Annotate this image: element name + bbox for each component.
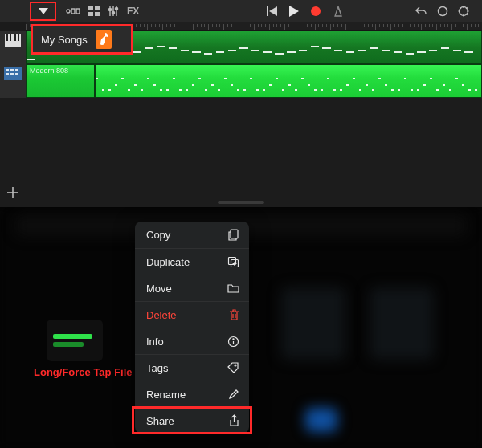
mixer-icon[interactable]: [108, 6, 119, 17]
svg-marker-28: [39, 8, 48, 14]
fx-button[interactable]: FX: [127, 6, 139, 17]
mysongs-menuitem[interactable]: My Songs: [31, 24, 133, 55]
midi-region-2[interactable]: [95, 64, 482, 98]
svg-rect-30: [6, 34, 8, 41]
ctx-info[interactable]: Info: [135, 328, 249, 354]
grid-icon[interactable]: [88, 6, 100, 16]
dropdown-highlight[interactable]: [30, 2, 56, 21]
svg-rect-3: [88, 6, 93, 10]
metronome-icon[interactable]: [333, 6, 344, 17]
svg-rect-13: [267, 6, 268, 16]
annotation-long-tap: Long/Force Tap File: [34, 366, 133, 378]
svg-marker-15: [289, 6, 299, 17]
empty-track-area[interactable]: [0, 98, 482, 207]
svg-rect-1: [71, 9, 75, 14]
ctx-duplicate[interactable]: Duplicate: [135, 248, 249, 275]
mysongs-label: My Songs: [41, 34, 88, 46]
svg-marker-14: [269, 6, 277, 16]
svg-rect-36: [10, 69, 14, 71]
play-icon[interactable]: [289, 6, 299, 17]
pencil-icon: [228, 389, 239, 400]
context-menu: Copy Duplicate Move Delete Info Tags Ren…: [135, 222, 249, 434]
copy-icon: [227, 229, 239, 241]
drummachine-icon: [4, 67, 22, 80]
svg-rect-38: [6, 73, 9, 75]
ctx-rename[interactable]: Rename: [135, 381, 249, 407]
svg-rect-44: [231, 230, 238, 238]
svg-rect-5: [88, 12, 93, 16]
project-file-thumbnail[interactable]: [47, 320, 103, 361]
svg-rect-31: [10, 34, 11, 41]
garageband-file-icon: [96, 30, 112, 49]
ctx-copy[interactable]: Copy: [135, 222, 249, 248]
svg-point-18: [438, 7, 447, 16]
ctx-share[interactable]: Share: [135, 407, 249, 434]
svg-point-11: [112, 11, 114, 14]
duplicate-icon: [227, 256, 239, 268]
svg-point-12: [115, 7, 117, 10]
svg-point-16: [311, 6, 321, 16]
svg-rect-35: [6, 69, 9, 71]
svg-rect-40: [15, 73, 18, 75]
svg-rect-6: [95, 12, 100, 16]
folder-icon: [227, 283, 239, 294]
svg-point-52: [235, 365, 236, 366]
ctx-tags[interactable]: Tags: [135, 354, 249, 381]
svg-rect-2: [76, 9, 80, 14]
info-icon: [227, 336, 239, 348]
midi-region-2-header[interactable]: Modern 808: [26, 64, 95, 98]
plus-icon: [6, 186, 19, 199]
tag-icon: [227, 362, 239, 374]
editor-toolbar: FX: [0, 0, 482, 22]
record-icon[interactable]: [310, 6, 321, 17]
svg-point-10: [108, 8, 111, 10]
track-row: Modern 808: [0, 64, 482, 98]
svg-rect-33: [18, 34, 19, 41]
svg-point-51: [233, 338, 234, 339]
region-label: Modern 808: [30, 67, 68, 75]
track-header-1[interactable]: [0, 31, 26, 64]
svg-rect-37: [15, 69, 18, 71]
settings-icon[interactable]: [458, 6, 469, 17]
home-indicator: [218, 201, 264, 204]
files-browser: Long/Force Tap File Copy Duplicate Move …: [0, 207, 482, 448]
svg-rect-39: [10, 73, 14, 75]
share-icon: [229, 414, 239, 427]
svg-point-0: [67, 10, 70, 13]
track-header-2[interactable]: [0, 64, 26, 98]
piano-icon: [5, 34, 21, 47]
trackview-icon[interactable]: [66, 6, 80, 16]
svg-rect-4: [95, 6, 100, 10]
trash-icon: [229, 309, 239, 321]
ctx-move[interactable]: Move: [135, 275, 249, 301]
ctx-delete[interactable]: Delete: [135, 301, 249, 328]
add-track-button[interactable]: [6, 186, 19, 199]
chevron-down-icon: [39, 8, 48, 14]
undo-icon[interactable]: [415, 6, 427, 17]
loop-icon[interactable]: [437, 6, 448, 17]
garageband-editor: FX: [0, 0, 482, 207]
track-area: Modern 808: [0, 31, 482, 207]
svg-rect-32: [14, 34, 16, 41]
rewind-icon[interactable]: [267, 6, 278, 16]
